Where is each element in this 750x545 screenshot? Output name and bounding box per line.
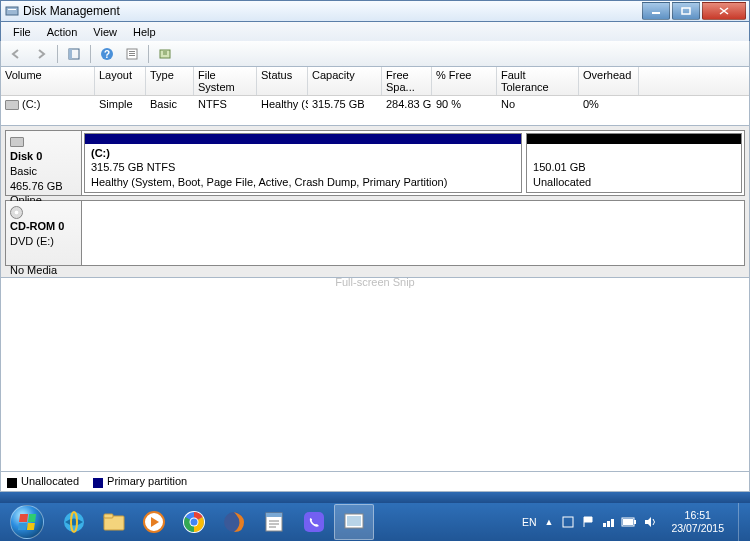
window-titlebar: Disk Management [0,0,750,22]
col-status[interactable]: Status [257,67,308,95]
partition-stripe-icon [527,134,741,144]
tray-volume-icon[interactable] [643,515,657,529]
drive-icon [5,98,22,110]
tray-chevron-icon[interactable]: ▲ [545,517,554,527]
svg-rect-25 [304,512,324,532]
start-button[interactable] [0,503,54,541]
disk-label-panel[interactable]: Disk 0 Basic 465.76 GB Online [6,131,82,195]
tray-battery-icon[interactable] [621,517,637,527]
svg-rect-0 [6,7,18,15]
svg-rect-16 [104,514,113,518]
partition-unallocated[interactable]: 150.01 GB Unallocated [526,133,742,193]
menu-file[interactable]: File [5,24,39,40]
svg-rect-28 [563,517,573,527]
maximize-button[interactable] [672,2,700,20]
partition-status: Unallocated [533,176,591,188]
svg-rect-5 [69,49,72,59]
svg-rect-31 [611,519,614,527]
properties-button[interactable] [121,43,143,65]
tray-action-center-icon[interactable] [561,515,575,529]
volume-list: Volume Layout Type File System Status Ca… [0,67,750,126]
tray-network-icon[interactable] [601,515,615,529]
col-capacity[interactable]: Capacity [308,67,382,95]
close-button[interactable] [702,2,746,20]
taskbar-explorer[interactable] [94,504,134,540]
volume-row[interactable]: (C:) Simple Basic NTFS Healthy (S... 315… [1,96,749,112]
svg-rect-11 [129,55,135,56]
cdrom-icon [10,205,26,217]
tray-time: 16:51 [671,509,724,522]
col-freespace[interactable]: Free Spa... [382,67,432,95]
taskbar-app[interactable] [334,504,374,540]
col-volume[interactable]: Volume [1,67,95,95]
disk-icon [10,135,27,147]
tray-lang[interactable]: EN [522,516,537,528]
svg-rect-33 [634,520,636,524]
svg-text:?: ? [104,49,110,60]
disk-name: Disk 0 [10,149,77,164]
taskbar-viber[interactable] [294,504,334,540]
back-button[interactable] [5,43,27,65]
volume-free: 284.83 GB [382,97,432,111]
col-type[interactable]: Type [146,67,194,95]
taskbar-notepad[interactable] [254,504,294,540]
col-layout[interactable]: Layout [95,67,146,95]
taskbar-ie[interactable] [54,504,94,540]
show-desktop-button[interactable] [738,503,746,541]
refresh-button[interactable] [154,43,176,65]
partition-size: 315.75 GB NTFS [91,161,175,173]
svg-rect-2 [652,12,660,14]
disk-name: CD-ROM 0 [10,219,77,234]
taskbar: EN ▲ 16:51 23/07/2015 [0,503,750,541]
tray-date: 23/07/2015 [671,522,724,535]
tray-flag-icon[interactable] [581,515,595,529]
volume-ft: No [497,97,579,111]
toolbar: ? [0,41,750,67]
disk-size: 465.76 GB [10,180,63,192]
volume-pctfree: 90 % [432,97,497,111]
volume-fs: NTFS [194,97,257,111]
snip-hint: Full-screen Snip [335,276,414,288]
svg-rect-24 [266,513,282,517]
svg-rect-10 [129,53,135,54]
menu-action[interactable]: Action [39,24,86,40]
svg-rect-1 [8,9,16,10]
partition-empty [84,203,742,263]
legend: Unallocated Primary partition [0,472,750,492]
window-border [0,492,750,503]
legend-swatch-unallocated-icon [7,478,17,488]
partition-primary[interactable]: (C:) 315.75 GB NTFS Healthy (System, Boo… [84,133,522,193]
forward-button[interactable] [30,43,52,65]
show-hide-button[interactable] [63,43,85,65]
toolbar-separator [90,45,91,63]
volume-capacity: 315.75 GB [308,97,382,111]
menu-help[interactable]: Help [125,24,164,40]
col-pctfree[interactable]: % Free [432,67,497,95]
tray-clock[interactable]: 16:51 23/07/2015 [665,509,730,534]
svg-rect-3 [682,8,690,14]
window-title: Disk Management [23,4,640,18]
volume-name: (C:) [22,98,40,110]
help-button[interactable]: ? [96,43,118,65]
volume-status: Healthy (S... [257,97,308,111]
disk-row: Disk 0 Basic 465.76 GB Online (C:) 315.7… [5,130,745,196]
taskbar-firefox[interactable] [214,504,254,540]
col-faulttol[interactable]: Fault Tolerance [497,67,579,95]
system-tray: EN ▲ 16:51 23/07/2015 [522,503,750,541]
col-filesystem[interactable]: File System [194,67,257,95]
col-overhead[interactable]: Overhead [579,67,639,95]
volume-layout: Simple [95,97,146,111]
windows-orb-icon [10,505,44,539]
disk-state: No Media [10,264,57,276]
taskbar-chrome[interactable] [174,504,214,540]
disk-label-panel[interactable]: CD-ROM 0 DVD (E:) No Media [6,201,82,265]
legend-swatch-primary-icon [93,478,103,488]
legend-primary: Primary partition [107,475,187,487]
blank-area: Full-screen Snip [0,278,750,472]
menu-view[interactable]: View [85,24,125,40]
volume-overhead: 0% [579,97,639,111]
taskbar-wmp[interactable] [134,504,174,540]
minimize-button[interactable] [642,2,670,20]
partition-title: (C:) [91,147,110,159]
disk-type: DVD (E:) [10,235,54,247]
